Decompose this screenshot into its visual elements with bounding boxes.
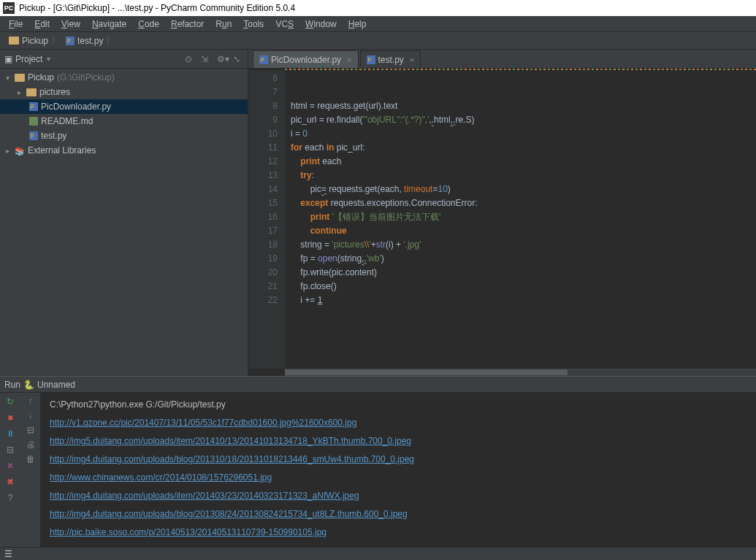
python-file-icon xyxy=(66,37,75,45)
tree-item-picdownloader[interactable]: PicDownloader.py xyxy=(0,99,248,114)
menu-tools[interactable]: Tools xyxy=(237,18,270,31)
breadcrumb-root[interactable]: Pickup 〉 xyxy=(6,34,63,47)
main-area: ▣ Project ▾ ⊙ ⇲ ⚙▾ ⤡ ▾ Pickup (G:\Git\Pi… xyxy=(0,50,756,376)
chevron-right-icon: 〉 xyxy=(106,34,115,47)
close-icon[interactable]: × xyxy=(347,55,351,64)
dump-button[interactable]: ⊟ xyxy=(4,444,16,456)
menu-help[interactable]: Help xyxy=(343,18,373,31)
run-config-name: Unnamed xyxy=(37,380,75,390)
project-sidebar: ▣ Project ▾ ⊙ ⇲ ⚙▾ ⤡ ▾ Pickup (G:\Git\Pi… xyxy=(0,50,248,376)
expand-icon[interactable]: ▾ xyxy=(6,74,15,82)
editor-tabs: PicDownloader.py × test.py × xyxy=(248,50,756,69)
tree-item-label: README.md xyxy=(41,116,93,126)
folder-icon xyxy=(9,37,19,45)
run-label: Run xyxy=(4,380,20,390)
menu-navigate[interactable]: Navigate xyxy=(86,18,132,31)
breadcrumb-file[interactable]: test.py 〉 xyxy=(63,34,118,47)
window-title: Pickup - [G:\Git\Pickup] - ...\test.py -… xyxy=(19,3,295,13)
tab-label: test.py xyxy=(378,55,404,65)
project-header: ▣ Project ▾ ⊙ ⇲ ⚙▾ ⤡ xyxy=(0,50,248,69)
code-content[interactable]: html = requests.get(url).textpic_url = r… xyxy=(285,70,756,369)
pause-button[interactable]: ⏸ xyxy=(4,428,16,440)
tree-item-readme[interactable]: README.md xyxy=(0,114,248,129)
rerun-button[interactable]: ↻ xyxy=(4,396,16,407)
code-editor[interactable]: 678910111213141516171819202122 html = re… xyxy=(248,70,756,369)
close-button[interactable]: ✖ xyxy=(4,476,16,488)
folder-icon xyxy=(15,74,25,82)
console-link[interactable]: http://www.chinanews.com/cr/2014/0108/15… xyxy=(50,472,272,483)
run-body: ↻ ■ ⏸ ⊟ ✕ ✖ ? ↑ ↓ ⊟ 🖨 🗑 C:\Python27\pyth… xyxy=(0,393,756,547)
hide-icon[interactable]: ⤡ xyxy=(233,54,243,64)
console-link[interactable]: http://img4.duitang.com/uploads/blog/201… xyxy=(50,509,408,519)
titlebar: PC Pickup - [G:\Git\Pickup] - ...\test.p… xyxy=(0,0,756,16)
status-bar: ☰ xyxy=(0,547,756,560)
tab-label: PicDownloader.py xyxy=(271,55,341,65)
python-file-icon xyxy=(259,55,268,64)
tab-picdownloader[interactable]: PicDownloader.py × xyxy=(253,50,359,68)
close-icon[interactable]: × xyxy=(410,55,414,64)
expand-icon[interactable]: ▸ xyxy=(6,147,15,155)
menu-file[interactable]: File xyxy=(3,18,28,31)
python-run-icon: 🐍 xyxy=(23,380,34,390)
python-file-icon xyxy=(367,55,375,64)
restore-layout-button[interactable]: ✕ xyxy=(4,460,16,472)
dropdown-icon[interactable]: ▾ xyxy=(47,55,50,63)
console-link[interactable]: http://img5.duitang.com/uploads/item/201… xyxy=(50,436,411,446)
clear-button[interactable]: 🗑 xyxy=(26,454,35,464)
menu-view[interactable]: View xyxy=(56,18,86,31)
run-panel: Run 🐍 Unnamed ↻ ■ ⏸ ⊟ ✕ ✖ ? ↑ ↓ ⊟ 🖨 🗑 C:… xyxy=(0,376,756,547)
menu-run[interactable]: Run xyxy=(210,18,237,31)
status-left-icon[interactable]: ☰ xyxy=(4,549,12,559)
tree-item-label: test.py xyxy=(41,131,66,141)
breadcrumbs: Pickup 〉 test.py 〉 xyxy=(0,32,756,50)
tree-item-test[interactable]: test.py xyxy=(0,129,248,143)
settings-icon[interactable]: ⚙▾ xyxy=(217,54,227,64)
menu-refactor[interactable]: Refactor xyxy=(165,18,210,31)
down-button[interactable]: ↓ xyxy=(28,410,33,421)
app-icon: PC xyxy=(3,2,15,14)
tree-root-label: Pickup xyxy=(28,72,54,83)
help-button[interactable]: ? xyxy=(4,492,16,504)
console-link[interactable]: http://img4.duitang.com/uploads/blog/201… xyxy=(50,454,414,464)
collapse-icon[interactable]: ⊙ xyxy=(185,54,195,64)
menu-code[interactable]: Code xyxy=(132,18,165,31)
tree-item-label: PicDownloader.py xyxy=(41,101,111,112)
up-button[interactable]: ↑ xyxy=(28,396,33,406)
stop-button[interactable]: ■ xyxy=(4,412,16,423)
python-file-icon xyxy=(29,102,38,111)
soft-wrap-button[interactable]: ⊟ xyxy=(27,425,34,435)
console-link[interactable]: http://pic.baike.soso.com/p/20140513/201… xyxy=(50,527,327,537)
menu-vcs[interactable]: VCS xyxy=(270,18,299,31)
tree-item-label: External Libraries xyxy=(28,145,96,156)
scrollbar-thumb[interactable] xyxy=(285,369,568,375)
python-file-icon xyxy=(29,131,38,140)
chevron-right-icon: 〉 xyxy=(51,34,60,47)
breadcrumb-root-label: Pickup xyxy=(22,36,48,46)
project-tree: ▾ Pickup (G:\Git\Pickup) ▸ pictures PicD… xyxy=(0,69,248,376)
menu-window[interactable]: Window xyxy=(299,18,343,31)
tree-root-path: (G:\Git\Pickup) xyxy=(57,72,115,83)
project-header-label: Project xyxy=(15,54,42,64)
tree-root[interactable]: ▾ Pickup (G:\Git\Pickup) xyxy=(0,70,248,85)
console-link[interactable]: http://v1.qzone.cc/pic/201407/13/11/05/5… xyxy=(50,418,356,428)
expand-icon[interactable]: ▸ xyxy=(18,88,26,96)
tree-item-label: pictures xyxy=(39,87,70,97)
tree-external-libraries[interactable]: ▸ External Libraries xyxy=(0,143,248,158)
tree-item-pictures[interactable]: ▸ pictures xyxy=(0,85,248,99)
tab-test[interactable]: test.py × xyxy=(360,50,421,68)
editor-area: PicDownloader.py × test.py × 67891011121… xyxy=(248,50,756,376)
markdown-file-icon xyxy=(29,117,38,126)
console-link[interactable]: http://img4.duitang.com/uploads/item/201… xyxy=(50,491,359,501)
folder-icon xyxy=(26,88,37,96)
menu-edit[interactable]: Edit xyxy=(28,18,56,31)
scroll-from-source-icon[interactable]: ⇲ xyxy=(201,54,211,64)
run-controls-right: ↑ ↓ ⊟ 🖨 🗑 xyxy=(20,393,41,547)
run-controls-left: ↻ ■ ⏸ ⊟ ✕ ✖ ? xyxy=(0,393,20,547)
console-output[interactable]: C:\Python27\python.exe G:/Git/Pickup/tes… xyxy=(41,393,756,547)
horizontal-scrollbar[interactable] xyxy=(285,369,756,376)
run-header: Run 🐍 Unnamed xyxy=(0,377,756,393)
breadcrumb-file-label: test.py xyxy=(77,36,103,46)
gutter[interactable]: 678910111213141516171819202122 xyxy=(248,70,285,369)
libraries-icon xyxy=(15,146,25,155)
print-button[interactable]: 🖨 xyxy=(26,440,35,450)
